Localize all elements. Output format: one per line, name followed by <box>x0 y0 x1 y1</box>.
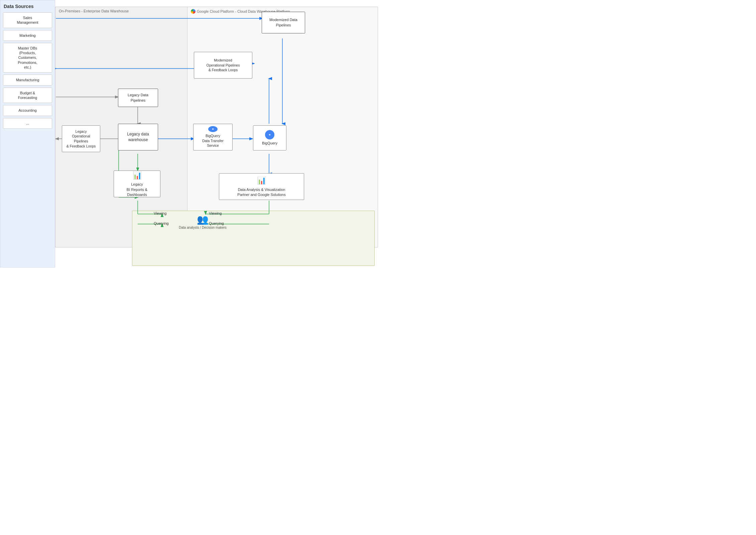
data-sources-panel: Data Sources SalesManagement Marketing M… <box>0 0 55 268</box>
ds-manufacturing: Manufacturing <box>3 75 52 85</box>
svg-point-22 <box>213 129 214 130</box>
ds-marketing: Marketing <box>3 30 52 41</box>
legacy-data-warehouse-box: Legacy datawarehouse <box>118 124 158 150</box>
data-analysts-label: Data analysts / Decision makers <box>179 226 227 229</box>
on-premises-label: On-Premises - Enterprise Data Warehouse <box>59 9 129 13</box>
bigquery-dts-icon <box>208 126 218 132</box>
modernized-data-pipelines-box: Modernized Data Pipelines <box>262 12 305 33</box>
data-analysis-box: 📊 Data Analysis & VisualizationPartner a… <box>219 173 304 200</box>
querying-label-left: Querying <box>154 221 169 225</box>
ds-ellipsis: ... <box>3 118 52 129</box>
data-sources-title: Data Sources <box>3 4 52 9</box>
legacy-data-pipelines-box: Legacy Data Pipelines <box>118 89 158 107</box>
main-diagram-area: On-Premises - Enterprise Data Warehouse … <box>55 0 378 268</box>
diagram-container: Data Sources SalesManagement Marketing M… <box>0 0 378 268</box>
modernized-op-pipelines-box: ModernizedOperational Pipelines& Feedbac… <box>194 52 252 79</box>
data-analysis-icon: 📊 <box>257 176 266 186</box>
bigquery-dts-box: BigQueryData TransferService <box>193 124 233 150</box>
legacy-bi-reports-box: 📊 LegacyBI Reports &Dashboards <box>114 171 160 197</box>
bigquery-box: BigQuery <box>253 125 286 150</box>
ds-master-dbs: Master DBs(Products,Customers,Promotions… <box>3 43 52 73</box>
legacy-op-pipelines-box: LegacyOperational Pipelines& Feedback Lo… <box>62 125 100 152</box>
ds-sales-management: SalesManagement <box>3 12 52 28</box>
gcp-logo-icon <box>191 9 196 14</box>
viewing-label-left: Viewing <box>154 211 166 215</box>
users-zone <box>132 211 375 266</box>
bi-chart-icon: 📊 <box>133 171 142 181</box>
ds-accounting: Accounting <box>3 105 52 116</box>
ds-budget-forecasting: Budget &Forecasting <box>3 88 52 103</box>
bigquery-icon <box>265 130 274 139</box>
data-analysts-icon: 👥 Data analysts / Decision makers <box>179 214 227 229</box>
svg-point-24 <box>269 134 270 135</box>
